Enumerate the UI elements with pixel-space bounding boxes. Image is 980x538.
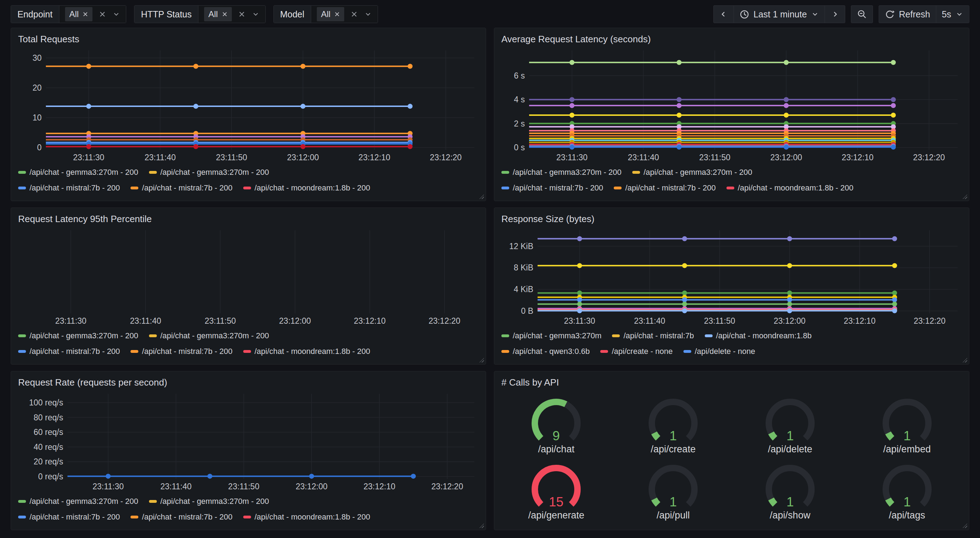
- zoom-out-button[interactable]: [851, 6, 873, 23]
- time-range-button[interactable]: Last 1 minute: [733, 6, 825, 23]
- legend-series-label: /api/chat - mistral:7b - 200: [142, 347, 232, 356]
- filter-model-value[interactable]: All: [311, 6, 378, 23]
- legend-series-label: /api/chat - gemma3:270m - 200: [161, 331, 269, 340]
- panel-title[interactable]: Total Requests: [11, 28, 486, 46]
- chart-legend: /api/chat - gemma3:270m - 200/api/chat -…: [11, 327, 486, 364]
- legend-item[interactable]: /api/chat - mistral:7b - 200: [18, 347, 120, 356]
- legend-series-marker: [130, 516, 138, 519]
- svg-text:23:12:10: 23:12:10: [844, 316, 876, 325]
- svg-text:0 s: 0 s: [514, 143, 525, 152]
- legend-item[interactable]: /api/chat - moondream:1.8b - 200: [243, 183, 370, 193]
- svg-text:23:12:20: 23:12:20: [430, 153, 462, 162]
- legend-series-marker: [18, 516, 26, 519]
- legend-item[interactable]: /api/chat - mistral:7b - 200: [18, 513, 120, 522]
- remove-value-icon[interactable]: [222, 11, 228, 17]
- panel-title[interactable]: Request Rate (requests per second): [11, 371, 486, 389]
- legend-item[interactable]: /api/chat - mistral:7b - 200: [130, 183, 232, 193]
- svg-text:23:11:30: 23:11:30: [73, 153, 105, 162]
- legend-row: /api/chat - gemma3:270m - 200/api/chat -…: [18, 165, 479, 180]
- chevron-right-icon: [830, 10, 839, 19]
- gauge-value: 1: [787, 428, 794, 443]
- legend-item[interactable]: /api/chat - qwen3:0.6b: [501, 347, 590, 356]
- legend-item[interactable]: /api/chat - mistral:7b - 200: [130, 347, 232, 356]
- legend-item[interactable]: /api/chat - gemma3:270m - 200: [18, 168, 138, 177]
- legend-series-label: /api/chat - moondream:1.8b: [716, 331, 812, 340]
- legend-item[interactable]: /api/chat - moondream:1.8b - 200: [727, 183, 853, 193]
- filter-model-pill[interactable]: All: [317, 7, 345, 21]
- time-series-chart[interactable]: 0 req/s20 req/s40 req/s60 req/s80 req/s1…: [18, 389, 479, 493]
- legend-item[interactable]: /api/chat - mistral:7b - 200: [501, 183, 603, 193]
- legend-item[interactable]: /api/chat - gemma3:270m - 200: [149, 331, 269, 340]
- legend-item[interactable]: /api/chat - gemma3:270m: [501, 331, 601, 340]
- legend-item[interactable]: /api/chat - gemma3:270m - 200: [18, 497, 138, 506]
- legend-item[interactable]: /api/create - none: [600, 347, 672, 356]
- gauge-grid: 9/api/chat1/api/create1/api/delete1/api/…: [494, 389, 969, 530]
- legend-item[interactable]: /api/chat - gemma3:270m - 200: [501, 168, 622, 177]
- remove-value-icon[interactable]: [83, 11, 88, 17]
- legend-item[interactable]: /api/chat - mistral:7b: [612, 331, 694, 340]
- gauge-api-create: 1/api/create: [615, 392, 732, 458]
- panel-response-size: Response Size (bytes) 0 B4 KiB8 KiB12 Ki…: [494, 208, 969, 365]
- gauge-arc: 9: [519, 395, 593, 444]
- chevron-down-icon[interactable]: [112, 10, 120, 18]
- clear-filter-icon[interactable]: [351, 11, 358, 18]
- refresh-interval-button[interactable]: 5s: [936, 6, 969, 23]
- time-series-chart[interactable]: 010203023:11:3023:11:4023:11:5023:12:002…: [18, 46, 479, 164]
- chart-legend: /api/chat - gemma3:270m - 200/api/chat -…: [494, 164, 969, 201]
- clear-filter-icon[interactable]: [238, 11, 245, 18]
- legend-series-marker: [243, 350, 251, 353]
- legend-item[interactable]: /api/delete - none: [683, 347, 755, 356]
- svg-text:23:12:10: 23:12:10: [363, 482, 395, 491]
- remove-value-icon[interactable]: [334, 11, 340, 17]
- legend-series-label: /api/chat - gemma3:270m - 200: [513, 168, 622, 177]
- gauge-value: 1: [787, 495, 794, 509]
- legend-item[interactable]: /api/chat - mistral:7b - 200: [130, 513, 232, 522]
- time-controls: Last 1 minute Refresh 5s: [713, 5, 969, 23]
- panel-title[interactable]: Request Latency 95th Percentile: [11, 208, 486, 226]
- time-series-chart[interactable]: 0 s2 s4 s6 s23:11:3023:11:4023:11:5023:1…: [501, 46, 963, 164]
- time-series-chart[interactable]: 0 B4 KiB8 KiB12 KiB23:11:3023:11:4023:11…: [501, 226, 963, 327]
- legend-item[interactable]: /api/chat - moondream:1.8b - 200: [243, 347, 370, 356]
- legend-series-label: /api/chat - mistral:7b - 200: [142, 183, 232, 193]
- panel-title[interactable]: Response Size (bytes): [494, 208, 969, 226]
- legend-series-label: /api/chat - mistral:7b - 200: [30, 183, 120, 193]
- chevron-down-icon[interactable]: [364, 10, 372, 18]
- legend-item[interactable]: /api/chat - mistral:7b - 200: [614, 183, 716, 193]
- legend-item[interactable]: /api/chat - moondream:1.8b: [705, 331, 812, 340]
- time-shift-forward-button[interactable]: [825, 6, 845, 23]
- gauge-arc: 1: [636, 395, 711, 444]
- panel-title[interactable]: # Calls by API: [494, 371, 969, 389]
- legend-item[interactable]: /api/chat - gemma3:270m - 200: [149, 497, 269, 506]
- chevron-down-icon[interactable]: [252, 10, 259, 18]
- legend-series-marker: [18, 187, 26, 189]
- legend-series-marker: [130, 187, 138, 189]
- filter-http-status-value[interactable]: All: [198, 6, 265, 23]
- legend-item[interactable]: /api/chat - mistral:7b - 200: [18, 183, 120, 193]
- gauge-value: 9: [553, 428, 560, 443]
- refresh-button[interactable]: Refresh: [879, 6, 936, 23]
- panel-latency-95th-percentile: Request Latency 95th Percentile 23:11:30…: [11, 208, 486, 365]
- panel-title[interactable]: Average Request Latency (seconds): [494, 28, 969, 46]
- svg-text:23:11:40: 23:11:40: [161, 482, 192, 491]
- legend-series-label: /api/chat - gemma3:270m - 200: [30, 497, 138, 506]
- legend-item[interactable]: /api/chat - gemma3:270m - 200: [18, 331, 138, 340]
- chart-legend: /api/chat - gemma3:270m - 200/api/chat -…: [11, 493, 486, 530]
- gauge-label: /api/pull: [657, 510, 690, 521]
- panel-grid: Total Requests 010203023:11:3023:11:4023…: [0, 24, 980, 530]
- filter-http-status-pill[interactable]: All: [204, 7, 232, 21]
- legend-item[interactable]: /api/chat - gemma3:270m - 200: [149, 168, 269, 177]
- filter-endpoint-value[interactable]: All: [59, 6, 126, 23]
- filter-endpoint-pill[interactable]: All: [65, 7, 93, 21]
- legend-item[interactable]: /api/chat - moondream:1.8b - 200: [243, 513, 370, 522]
- clear-filter-icon[interactable]: [99, 11, 106, 18]
- svg-text:23:11:50: 23:11:50: [228, 482, 259, 491]
- legend-series-marker: [18, 350, 26, 353]
- panel-avg-request-latency: Average Request Latency (seconds) 0 s2 s…: [494, 28, 969, 201]
- svg-text:23:11:30: 23:11:30: [55, 316, 86, 325]
- legend-item[interactable]: /api/chat - gemma3:270m - 200: [632, 168, 752, 177]
- time-shift-back-button[interactable]: [714, 6, 733, 23]
- legend-series-label: /api/delete - none: [695, 347, 755, 356]
- svg-text:100 req/s: 100 req/s: [29, 398, 63, 407]
- svg-text:23:12:00: 23:12:00: [287, 153, 319, 162]
- time-series-chart[interactable]: 23:11:3023:11:4023:11:5023:12:0023:12:10…: [18, 226, 479, 327]
